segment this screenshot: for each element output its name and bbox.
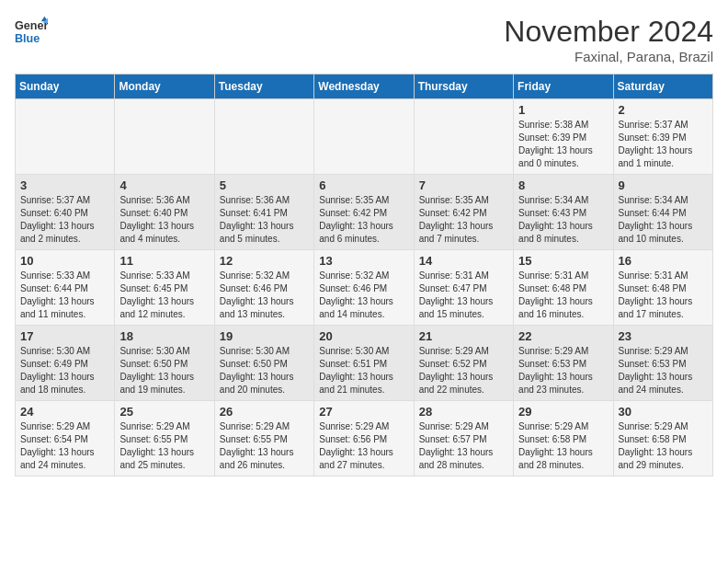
day-info: Sunrise: 5:29 AM Sunset: 6:52 PM Dayligh… bbox=[419, 345, 508, 396]
day-number: 3 bbox=[20, 178, 109, 192]
day-info: Sunrise: 5:29 AM Sunset: 6:57 PM Dayligh… bbox=[419, 420, 508, 472]
day-number: 20 bbox=[319, 329, 408, 343]
calendar-day-cell: 8Sunrise: 5:34 AM Sunset: 6:43 PM Daylig… bbox=[514, 175, 613, 250]
calendar-day-cell: 28Sunrise: 5:29 AM Sunset: 6:57 PM Dayli… bbox=[414, 401, 513, 477]
day-number: 24 bbox=[20, 405, 109, 419]
calendar-day-cell bbox=[214, 99, 313, 175]
day-number: 22 bbox=[518, 329, 608, 343]
calendar-table: SundayMondayTuesdayWednesdayThursdayFrid… bbox=[15, 74, 713, 477]
calendar-day-cell: 17Sunrise: 5:30 AM Sunset: 6:49 PM Dayli… bbox=[16, 326, 115, 401]
day-number: 11 bbox=[119, 254, 209, 268]
calendar-day-cell: 10Sunrise: 5:33 AM Sunset: 6:44 PM Dayli… bbox=[16, 250, 115, 326]
day-info: Sunrise: 5:29 AM Sunset: 6:56 PM Dayligh… bbox=[319, 420, 408, 472]
page-header: General Blue November 2024 Faxinal, Para… bbox=[15, 15, 713, 64]
day-info: Sunrise: 5:33 AM Sunset: 6:44 PM Dayligh… bbox=[20, 270, 109, 321]
day-info: Sunrise: 5:35 AM Sunset: 6:42 PM Dayligh… bbox=[319, 194, 408, 246]
day-info: Sunrise: 5:29 AM Sunset: 6:58 PM Dayligh… bbox=[518, 420, 608, 472]
calendar-day-cell: 23Sunrise: 5:29 AM Sunset: 6:53 PM Dayli… bbox=[613, 326, 712, 401]
calendar-day-cell: 5Sunrise: 5:36 AM Sunset: 6:41 PM Daylig… bbox=[214, 175, 313, 250]
day-number: 6 bbox=[319, 178, 408, 192]
day-info: Sunrise: 5:29 AM Sunset: 6:58 PM Dayligh… bbox=[619, 420, 708, 472]
day-number: 9 bbox=[619, 178, 708, 192]
day-info: Sunrise: 5:37 AM Sunset: 6:39 PM Dayligh… bbox=[619, 119, 708, 170]
calendar-day-cell: 9Sunrise: 5:34 AM Sunset: 6:44 PM Daylig… bbox=[613, 175, 712, 250]
calendar-day-cell: 27Sunrise: 5:29 AM Sunset: 6:56 PM Dayli… bbox=[314, 401, 414, 477]
calendar-day-cell: 24Sunrise: 5:29 AM Sunset: 6:54 PM Dayli… bbox=[16, 401, 115, 477]
day-info: Sunrise: 5:36 AM Sunset: 6:41 PM Dayligh… bbox=[220, 194, 309, 246]
day-info: Sunrise: 5:37 AM Sunset: 6:40 PM Dayligh… bbox=[20, 194, 109, 246]
calendar-day-cell: 26Sunrise: 5:29 AM Sunset: 6:55 PM Dayli… bbox=[214, 401, 313, 477]
calendar-day-cell bbox=[115, 99, 214, 175]
day-info: Sunrise: 5:31 AM Sunset: 6:48 PM Dayligh… bbox=[518, 270, 608, 321]
calendar-body: 1Sunrise: 5:38 AM Sunset: 6:39 PM Daylig… bbox=[16, 99, 713, 477]
svg-text:General: General bbox=[15, 19, 48, 32]
calendar-week-row: 10Sunrise: 5:33 AM Sunset: 6:44 PM Dayli… bbox=[16, 250, 713, 326]
day-number: 27 bbox=[319, 405, 408, 419]
day-info: Sunrise: 5:33 AM Sunset: 6:45 PM Dayligh… bbox=[119, 270, 209, 321]
calendar-day-cell: 25Sunrise: 5:29 AM Sunset: 6:55 PM Dayli… bbox=[115, 401, 214, 477]
day-info: Sunrise: 5:29 AM Sunset: 6:55 PM Dayligh… bbox=[119, 420, 209, 472]
calendar-day-cell: 6Sunrise: 5:35 AM Sunset: 6:42 PM Daylig… bbox=[314, 175, 414, 250]
day-info: Sunrise: 5:31 AM Sunset: 6:47 PM Dayligh… bbox=[419, 270, 508, 321]
day-number: 10 bbox=[20, 254, 109, 268]
day-number: 2 bbox=[619, 103, 708, 117]
logo: General Blue bbox=[15, 15, 48, 48]
calendar-week-row: 17Sunrise: 5:30 AM Sunset: 6:49 PM Dayli… bbox=[16, 326, 713, 401]
calendar-day-cell: 19Sunrise: 5:30 AM Sunset: 6:50 PM Dayli… bbox=[214, 326, 313, 401]
day-info: Sunrise: 5:29 AM Sunset: 6:53 PM Dayligh… bbox=[518, 345, 608, 396]
calendar-header: SundayMondayTuesdayWednesdayThursdayFrid… bbox=[16, 75, 713, 99]
calendar-day-cell bbox=[414, 99, 513, 175]
day-number: 23 bbox=[619, 329, 708, 343]
weekday-header: Saturday bbox=[613, 75, 712, 99]
day-info: Sunrise: 5:30 AM Sunset: 6:50 PM Dayligh… bbox=[119, 345, 209, 396]
day-number: 5 bbox=[220, 178, 309, 192]
day-info: Sunrise: 5:32 AM Sunset: 6:46 PM Dayligh… bbox=[319, 270, 408, 321]
day-info: Sunrise: 5:36 AM Sunset: 6:40 PM Dayligh… bbox=[119, 194, 209, 246]
calendar-week-row: 1Sunrise: 5:38 AM Sunset: 6:39 PM Daylig… bbox=[16, 99, 713, 175]
day-info: Sunrise: 5:38 AM Sunset: 6:39 PM Dayligh… bbox=[518, 119, 608, 170]
calendar-day-cell: 15Sunrise: 5:31 AM Sunset: 6:48 PM Dayli… bbox=[514, 250, 613, 326]
calendar-day-cell: 3Sunrise: 5:37 AM Sunset: 6:40 PM Daylig… bbox=[16, 175, 115, 250]
day-info: Sunrise: 5:34 AM Sunset: 6:44 PM Dayligh… bbox=[619, 194, 708, 246]
weekday-header: Thursday bbox=[414, 75, 513, 99]
day-number: 13 bbox=[319, 254, 408, 268]
day-number: 14 bbox=[419, 254, 508, 268]
day-info: Sunrise: 5:34 AM Sunset: 6:43 PM Dayligh… bbox=[518, 194, 608, 246]
calendar-day-cell: 12Sunrise: 5:32 AM Sunset: 6:46 PM Dayli… bbox=[214, 250, 313, 326]
calendar-day-cell: 29Sunrise: 5:29 AM Sunset: 6:58 PM Dayli… bbox=[514, 401, 613, 477]
calendar-day-cell: 1Sunrise: 5:38 AM Sunset: 6:39 PM Daylig… bbox=[514, 99, 613, 175]
day-info: Sunrise: 5:35 AM Sunset: 6:42 PM Dayligh… bbox=[419, 194, 508, 246]
weekday-header: Tuesday bbox=[214, 75, 313, 99]
day-info: Sunrise: 5:29 AM Sunset: 6:54 PM Dayligh… bbox=[20, 420, 109, 472]
weekday-header: Friday bbox=[514, 75, 613, 99]
day-number: 21 bbox=[419, 329, 508, 343]
weekday-header: Monday bbox=[115, 75, 214, 99]
calendar-day-cell: 16Sunrise: 5:31 AM Sunset: 6:48 PM Dayli… bbox=[613, 250, 712, 326]
day-info: Sunrise: 5:31 AM Sunset: 6:48 PM Dayligh… bbox=[619, 270, 708, 321]
calendar-day-cell bbox=[314, 99, 414, 175]
calendar-day-cell: 7Sunrise: 5:35 AM Sunset: 6:42 PM Daylig… bbox=[414, 175, 513, 250]
day-number: 28 bbox=[419, 405, 508, 419]
calendar-week-row: 24Sunrise: 5:29 AM Sunset: 6:54 PM Dayli… bbox=[16, 401, 713, 477]
month-title: November 2024 bbox=[504, 15, 713, 49]
calendar-day-cell: 4Sunrise: 5:36 AM Sunset: 6:40 PM Daylig… bbox=[115, 175, 214, 250]
calendar-day-cell: 22Sunrise: 5:29 AM Sunset: 6:53 PM Dayli… bbox=[514, 326, 613, 401]
calendar-day-cell: 21Sunrise: 5:29 AM Sunset: 6:52 PM Dayli… bbox=[414, 326, 513, 401]
day-number: 17 bbox=[20, 329, 109, 343]
day-info: Sunrise: 5:30 AM Sunset: 6:51 PM Dayligh… bbox=[319, 345, 408, 396]
calendar-day-cell: 11Sunrise: 5:33 AM Sunset: 6:45 PM Dayli… bbox=[115, 250, 214, 326]
day-number: 15 bbox=[518, 254, 608, 268]
day-info: Sunrise: 5:30 AM Sunset: 6:49 PM Dayligh… bbox=[20, 345, 109, 396]
day-info: Sunrise: 5:30 AM Sunset: 6:50 PM Dayligh… bbox=[220, 345, 309, 396]
day-info: Sunrise: 5:32 AM Sunset: 6:46 PM Dayligh… bbox=[220, 270, 309, 321]
weekday-header-row: SundayMondayTuesdayWednesdayThursdayFrid… bbox=[16, 75, 713, 99]
calendar-day-cell: 14Sunrise: 5:31 AM Sunset: 6:47 PM Dayli… bbox=[414, 250, 513, 326]
day-number: 18 bbox=[119, 329, 209, 343]
day-number: 4 bbox=[119, 178, 209, 192]
weekday-header: Sunday bbox=[16, 75, 115, 99]
calendar-day-cell: 2Sunrise: 5:37 AM Sunset: 6:39 PM Daylig… bbox=[613, 99, 712, 175]
location: Faxinal, Parana, Brazil bbox=[504, 49, 713, 64]
title-block: November 2024 Faxinal, Parana, Brazil bbox=[504, 15, 713, 64]
svg-text:Blue: Blue bbox=[15, 32, 40, 45]
weekday-header: Wednesday bbox=[314, 75, 414, 99]
